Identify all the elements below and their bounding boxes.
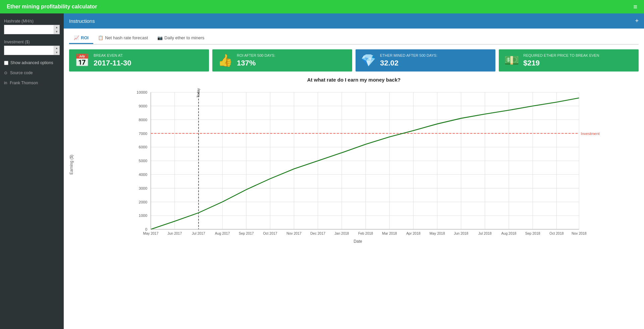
github-icon: ⊙ [4,70,7,75]
stat-cards: 📅 BREAK EVEN AT: 2017-11-30 👍 ROI AFTER … [69,49,639,72]
ether-mined-label: ETHER MINED AFTER 500 DAYS: [380,53,437,57]
svg-text:10000: 10000 [137,90,147,94]
roi-label: ROI AFTER 500 DAYS: [237,53,275,57]
chart-title: At what rate do I earn my money back? [69,77,639,83]
required-price-value: $219 [523,59,599,67]
svg-text:Jun 2017: Jun 2017 [167,232,182,235]
thumbsup-icon: 👍 [218,53,233,67]
dollar-icon: 💵 [504,53,519,67]
ether-mined-value: 32.02 [380,59,437,67]
hashrate-group: Hashrate (MH/s) 250 ▲ ▼ [4,19,60,34]
svg-text:0: 0 [145,227,147,231]
svg-text:Jul 2018: Jul 2018 [478,232,492,235]
svg-text:7000: 7000 [139,132,147,136]
daily-icon: 📷 [157,35,163,40]
svg-text:Nov 2017: Nov 2017 [286,232,302,235]
instructions-bar: Instructions + [64,13,644,29]
breakeven-label: BREAK EVEN AT: [94,53,131,57]
tabs: 📈 ROI 📋 Net hash rate forecast 📷 Daily e… [69,33,639,45]
svg-text:Jul 2017: Jul 2017 [192,232,205,235]
svg-text:Aug 2018: Aug 2018 [501,232,517,235]
investment-group: Investment ($) 7000 ▲ ▼ [4,40,60,55]
svg-text:3000: 3000 [139,186,147,190]
tab-roi[interactable]: 📈 ROI [69,33,93,44]
hashrate-down-button[interactable]: ▼ [54,30,59,34]
svg-text:Sep 2017: Sep 2017 [239,232,254,235]
author-link[interactable]: in Frank Thomson [4,81,60,85]
svg-text:2000: 2000 [139,200,147,204]
svg-text:Investment: Investment [581,132,600,136]
instructions-label: Instructions [69,18,95,24]
svg-text:Mar 2018: Mar 2018 [382,232,397,235]
advanced-options-toggle[interactable] [4,61,8,65]
linkedin-icon: in [4,81,7,85]
x-axis-label: Date [77,239,639,244]
investment-up-button[interactable]: ▲ [54,46,59,50]
breakeven-value: 2017-11-30 [94,59,131,67]
tab-daily[interactable]: 📷 Daily ether to miners [153,33,209,44]
stat-card-required-price: 💵 REQUIRED ETHER PRICE TO BREAK EVEN $21… [499,49,639,72]
stat-card-ether-mined: 💎 ETHER MINED AFTER 500 DAYS: 32.02 [356,49,495,72]
source-code-link[interactable]: ⊙ Source code [4,70,60,75]
y-axis-label: Earning ($) [69,85,76,244]
svg-text:Oct 2017: Oct 2017 [263,232,277,235]
svg-text:Jan 2018: Jan 2018 [334,232,349,235]
investment-input[interactable]: 7000 [4,46,54,55]
instructions-plus[interactable]: + [635,17,639,25]
svg-text:Nov 2018: Nov 2018 [572,232,587,235]
advanced-options-checkbox[interactable]: Show advanced options [4,60,60,65]
earnings-curve [151,98,579,229]
nethash-icon: 📋 [98,35,103,40]
svg-text:Dec 2017: Dec 2017 [310,232,325,235]
required-price-label: REQUIRED ETHER PRICE TO BREAK EVEN [523,53,599,57]
topbar: Ether mining profitability calculator ≡ [0,0,644,13]
svg-text:Sep 2018: Sep 2018 [525,232,540,235]
svg-text:Oct 2018: Oct 2018 [549,232,564,235]
hashrate-label: Hashrate (MH/s) [4,19,60,23]
svg-text:5000: 5000 [139,159,147,163]
svg-text:Aug 2017: Aug 2017 [215,232,230,235]
svg-text:8000: 8000 [139,118,147,122]
investment-spinner: ▲ ▼ [54,46,60,55]
hashrate-up-button[interactable]: ▲ [54,25,59,30]
roi-icon: 📈 [74,35,79,40]
svg-text:Jun 2018: Jun 2018 [454,232,468,235]
svg-text:6000: 6000 [139,145,147,149]
svg-text:Today: Today [197,88,200,98]
svg-text:1000: 1000 [139,214,147,218]
stat-card-breakeven: 📅 BREAK EVEN AT: 2017-11-30 [69,49,209,72]
svg-text:Feb 2018: Feb 2018 [358,232,373,235]
tab-nethash[interactable]: 📋 Net hash rate forecast [93,33,153,44]
app-title: Ether mining profitability calculator [7,4,633,10]
calendar-icon: 📅 [74,53,90,67]
hashrate-spinner: ▲ ▼ [54,25,60,34]
svg-text:9000: 9000 [139,104,147,108]
stat-card-roi: 👍 ROI AFTER 500 DAYS: 137% [212,49,352,72]
svg-text:4000: 4000 [139,173,147,177]
hashrate-input[interactable]: 250 [4,25,54,34]
svg-text:Apr 2018: Apr 2018 [406,232,421,235]
diamond-icon: 💎 [361,53,376,67]
svg-text:May 2017: May 2017 [143,232,159,235]
investment-down-button[interactable]: ▼ [54,50,59,55]
roi-chart: 0 1000 2000 3000 4000 5000 [77,85,639,236]
svg-text:May 2018: May 2018 [430,232,445,235]
investment-label: Investment ($) [4,40,60,44]
roi-value: 137% [237,59,275,67]
hamburger-icon[interactable]: ≡ [633,3,637,11]
sidebar: Hashrate (MH/s) 250 ▲ ▼ Investment ($) 7… [0,13,64,329]
chart-container: At what rate do I earn my money back? Ea… [69,77,639,244]
